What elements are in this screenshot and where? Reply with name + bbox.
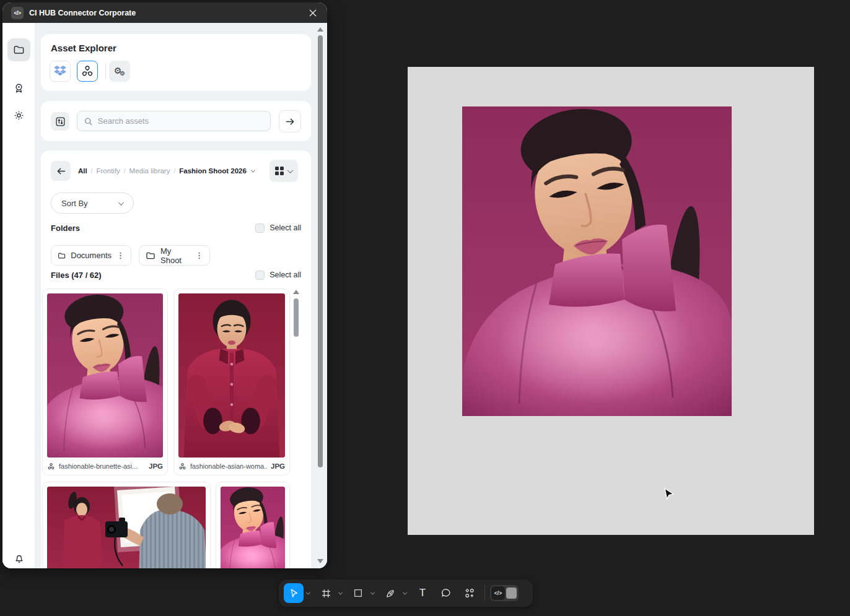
folders-select-all[interactable]: Select all — [255, 223, 301, 233]
plugin-titlebar[interactable]: </> CI HUB Connector Corporate — [2, 2, 327, 23]
kebab-menu-icon[interactable]: ⋮ — [116, 251, 125, 260]
shape-tool-menu[interactable] — [368, 583, 377, 603]
rectangle-icon — [353, 588, 363, 598]
actions-icon — [464, 588, 475, 599]
frame-tool-button[interactable] — [316, 583, 336, 603]
mouse-cursor — [662, 487, 677, 501]
toolbar-divider — [484, 585, 485, 601]
services-divider — [105, 63, 106, 79]
chevron-down-icon[interactable] — [251, 168, 255, 172]
breadcrumb-item-all[interactable]: All — [78, 167, 87, 175]
service-frontify-button[interactable] — [77, 61, 98, 82]
move-tool-button[interactable] — [284, 583, 304, 603]
files-header-row: Files (47 / 62) Select all — [51, 269, 301, 280]
scroll-up-arrow[interactable] — [293, 290, 299, 294]
sidebar-item-settings[interactable] — [7, 104, 30, 127]
kebab-menu-icon[interactable]: ⋮ — [195, 251, 203, 260]
bell-icon — [14, 553, 25, 564]
asset-thumbnail — [47, 487, 206, 568]
panel-scrollbar[interactable] — [317, 23, 324, 568]
figma-toolbar: T </> — [279, 579, 533, 607]
comment-icon — [440, 588, 452, 599]
folders-select-all-label: Select all — [269, 223, 301, 232]
move-cursor-icon — [289, 588, 299, 599]
sort-filter-icon — [55, 116, 66, 127]
window-title: CI HUB Connector Corporate — [29, 9, 302, 17]
badge-icon — [13, 82, 25, 94]
files-label: Files (47 / 62) — [51, 271, 102, 280]
service-settings-button[interactable]: ⚙⚙ — [109, 61, 130, 82]
files-scrollbar[interactable] — [292, 288, 299, 536]
folders-header-row: Folders Select all — [51, 222, 301, 233]
service-dropbox-button[interactable] — [50, 61, 71, 82]
frame-icon — [321, 588, 331, 599]
breadcrumb-item-frontify[interactable]: Frontify — [96, 167, 120, 175]
file-card-footer: fashionable-asian-woma... JPG — [178, 461, 285, 471]
panel-scrollbar-thumb[interactable] — [318, 35, 323, 467]
file-type-badge: JPG — [149, 462, 163, 470]
actions-tool-button[interactable] — [460, 583, 480, 603]
dev-mode-toggle[interactable]: </> — [490, 585, 519, 601]
breadcrumb: All / Frontify / Media library / Fashion… — [78, 161, 255, 181]
move-tool-menu[interactable] — [304, 583, 312, 603]
files-select-all-checkbox[interactable] — [255, 271, 265, 280]
sort-by-dropdown[interactable]: Sort By — [51, 193, 134, 214]
search-input[interactable] — [98, 116, 264, 126]
search-icon — [84, 116, 93, 126]
sidebar-item-notifications[interactable] — [7, 547, 30, 568]
folder-chip-documents[interactable]: Documents ⋮ — [51, 245, 131, 266]
folder-chip-my-shoot[interactable]: My Shoot ⋮ — [139, 245, 210, 266]
folder-icon — [13, 44, 25, 56]
scroll-down-arrow[interactable] — [317, 559, 323, 563]
design-canvas[interactable] — [408, 67, 814, 535]
view-mode-button[interactable] — [269, 160, 298, 182]
dropbox-icon — [53, 65, 67, 77]
rectangle-tool-button[interactable] — [348, 583, 368, 603]
plugin-body: Asset Explorer ⚙⚙ — [2, 23, 327, 568]
pen-icon — [385, 588, 396, 599]
folder-icon — [58, 251, 66, 261]
back-button[interactable] — [51, 161, 71, 181]
folders-select-all-checkbox[interactable] — [255, 223, 265, 233]
file-card-4[interactable] — [216, 482, 290, 568]
pen-tool-menu[interactable] — [400, 583, 409, 603]
close-button[interactable] — [307, 7, 318, 19]
filter-button[interactable] — [51, 112, 69, 131]
cihub-plugin-icon: </> — [11, 7, 24, 19]
breadcrumb-separator: / — [91, 168, 93, 175]
plugin-sidebar — [2, 23, 35, 568]
breadcrumb-separator: / — [173, 168, 175, 175]
file-card-3[interactable] — [42, 482, 211, 568]
frontify-icon — [81, 64, 94, 78]
code-glyph: </> — [14, 10, 21, 16]
sidebar-item-license[interactable] — [7, 77, 30, 100]
sidebar-item-assets[interactable] — [7, 38, 30, 61]
search-box — [77, 111, 271, 131]
close-icon — [309, 9, 317, 17]
file-card-2[interactable]: fashionable-asian-woma... JPG — [173, 288, 290, 475]
breadcrumb-separator: / — [124, 168, 126, 175]
dev-mode-icon: </> — [491, 586, 505, 600]
asset-thumbnail — [47, 293, 163, 458]
frame-tool-menu[interactable] — [336, 583, 344, 603]
scroll-up-arrow[interactable] — [317, 27, 323, 32]
breadcrumb-item-media-library[interactable]: Media library — [129, 167, 170, 175]
files-select-all[interactable]: Select all — [255, 271, 301, 280]
search-card — [41, 101, 311, 141]
arrow-right-icon — [285, 116, 296, 127]
comment-tool-button[interactable] — [436, 583, 456, 603]
file-card-1[interactable]: fashionable-brunette-asi... JPG — [42, 288, 168, 475]
canvas-image-fashion-portrait[interactable] — [462, 106, 732, 416]
figma-workspace: </> CI HUB Connector Corporate — [0, 0, 850, 616]
breadcrumb-item-fashion-shoot[interactable]: Fashion Shoot 2026 — [179, 167, 247, 175]
frontify-icon — [47, 462, 55, 471]
folder-chip-label: My Shoot — [160, 246, 190, 265]
files-select-all-label: Select all — [269, 271, 301, 279]
gears-icon: ⚙⚙ — [114, 66, 126, 77]
chevron-down-icon — [118, 199, 125, 206]
search-submit-button[interactable] — [279, 110, 301, 132]
text-tool-button[interactable]: T — [413, 583, 432, 603]
files-scrollbar-thumb[interactable] — [294, 298, 299, 337]
pen-tool-button[interactable] — [380, 583, 400, 603]
folders-label: Folders — [51, 223, 80, 233]
